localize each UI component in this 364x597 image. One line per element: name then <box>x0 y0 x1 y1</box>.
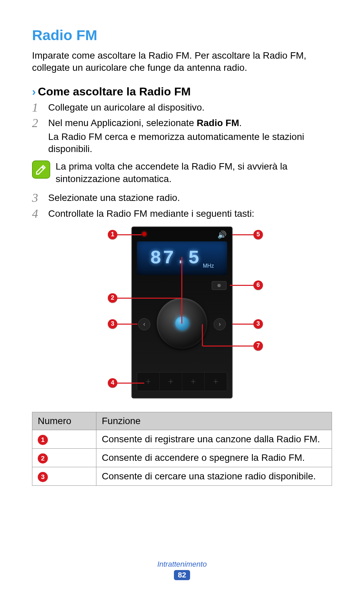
row-func-3: Consente di cercare una stazione radio d… <box>96 467 332 485</box>
callout-line <box>202 324 203 346</box>
row-func-1: Consente di registrare una canzone dalla… <box>96 430 332 448</box>
note-text: La prima volta che accendete la Radio FM… <box>56 160 332 185</box>
callout-line <box>230 285 253 286</box>
callout-2: 2 <box>108 293 117 303</box>
step-text: Collegate un auricolare al dispositivo. <box>48 101 332 114</box>
step-number: 2 <box>32 117 48 155</box>
callout-line <box>117 298 157 299</box>
callout-line <box>117 234 142 235</box>
step-text: Selezionate una stazione radio. <box>48 192 332 204</box>
section-heading: › Come ascoltare la Radio FM <box>32 85 332 98</box>
note: La prima volta che accendete la Radio FM… <box>32 160 332 185</box>
step-text: Nel menu Applicazioni, selezionate Radio… <box>48 117 332 155</box>
callout-5: 5 <box>253 230 263 239</box>
step-4: 4 Controllate la Radio FM mediante i seg… <box>32 208 332 220</box>
step-text: Controllate la Radio FM mediante i segue… <box>48 208 332 220</box>
footer: Intrattenimento 82 <box>0 560 364 580</box>
frequency-unit: MHz <box>203 263 214 269</box>
step2-bold: Radio FM <box>196 118 239 128</box>
record-led-icon <box>142 232 146 236</box>
preset-slot: + <box>160 372 182 391</box>
callout-3-right: 3 <box>253 319 263 329</box>
step-number: 1 <box>32 101 48 114</box>
callout-line <box>203 346 253 347</box>
th-numero: Numero <box>32 412 96 430</box>
callout-line <box>117 383 144 384</box>
table-row: 3 Consente di cercare una stazione radio… <box>32 467 332 485</box>
callout-3-left: 3 <box>108 319 117 329</box>
preset-slot: + <box>205 372 227 391</box>
table-row: 1 Consente di registrare una canzone dal… <box>32 430 332 448</box>
seek-left-icon: ‹ <box>138 318 150 330</box>
row-func-2: Consente di accendere o spegnere la Radi… <box>96 448 332 467</box>
seek-right-icon: › <box>214 318 226 330</box>
table-row: 2 Consente di accendere o spegnere la Ra… <box>32 448 332 467</box>
step-number: 4 <box>32 208 48 220</box>
step-3: 3 Selezionate una stazione radio. <box>32 192 332 204</box>
step2-suffix: . <box>239 118 242 128</box>
step-1: 1 Collegate un auricolare al dispositivo… <box>32 101 332 114</box>
row-badge-2: 2 <box>38 453 48 464</box>
preset-slot: + <box>137 372 160 391</box>
callout-line <box>157 298 182 299</box>
callout-line <box>233 324 253 325</box>
footer-section: Intrattenimento <box>0 560 364 569</box>
radio-figure: 1 2 3 4 5 6 3 7 🔊 87.5 MHz ‹ <box>32 227 332 402</box>
callout-7: 7 <box>253 341 263 351</box>
callout-6: 6 <box>253 280 263 290</box>
step2-sub: La Radio FM cerca e memorizza automatica… <box>48 131 332 155</box>
preset-slot: + <box>182 372 205 391</box>
callout-line <box>117 324 138 325</box>
callout-1: 1 <box>108 230 117 239</box>
row-badge-1: 1 <box>38 435 48 445</box>
page-title: Radio FM <box>32 27 332 43</box>
callout-line <box>233 234 253 235</box>
preset-bar: + + + + <box>137 372 227 391</box>
chevron-icon: › <box>32 85 36 98</box>
callout-4: 4 <box>108 378 117 388</box>
th-funzione: Funzione <box>96 412 332 430</box>
speaker-icon: 🔊 <box>217 231 226 239</box>
row-badge-3: 3 <box>38 472 48 482</box>
function-table: Numero Funzione 1 Consente di registrare… <box>32 412 332 486</box>
footer-page-number: 82 <box>174 570 190 580</box>
step2-prefix: Nel menu Applicazioni, selezionate <box>48 118 196 128</box>
section-title: Come ascoltare la Radio FM <box>38 85 190 98</box>
pencil-note-icon <box>32 160 50 179</box>
frequency-value: 87.5 <box>150 247 201 269</box>
intro-text: Imparate come ascoltare la Radio FM. Per… <box>32 50 332 74</box>
callout-line <box>181 257 182 324</box>
step-number: 3 <box>32 192 48 204</box>
step-2: 2 Nel menu Applicazioni, selezionate Rad… <box>32 117 332 155</box>
